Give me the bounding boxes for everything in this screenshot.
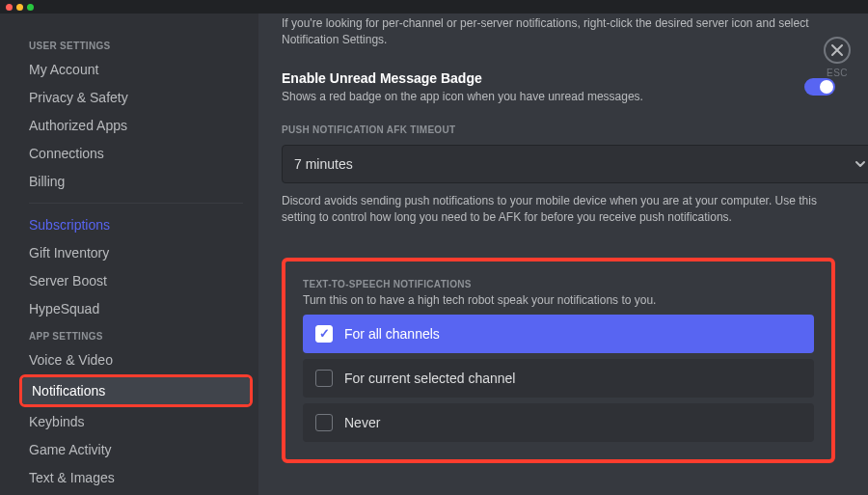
close-settings-button[interactable]: ESC [824,37,851,78]
sidebar-item-privacy[interactable]: Privacy & Safety [19,84,253,111]
tts-desc: Turn this on to have a high tech robot s… [303,293,814,307]
sidebar-item-activity[interactable]: Game Activity [19,436,253,463]
tts-option-label: For current selected channel [344,371,515,386]
sidebar-item-my-account[interactable]: My Account [19,56,253,83]
tts-option-label: Never [344,415,380,430]
sidebar-item-connections[interactable]: Connections [19,140,253,167]
tts-label: TEXT-TO-SPEECH NOTIFICATIONS [303,279,814,289]
checkbox-icon [315,370,333,387]
checkbox-icon [315,414,333,431]
sidebar-item-notifications-highlight: Notifications [19,374,253,407]
sidebar-item-authorized[interactable]: Authorized Apps [19,112,253,139]
sidebar-item-voice[interactable]: Voice & Video [19,346,253,373]
unread-badge-toggle[interactable] [804,78,835,96]
traffic-light-minimize[interactable] [16,4,23,11]
traffic-light-zoom[interactable] [27,4,34,11]
afk-timeout-label: PUSH NOTIFICATION AFK TIMEOUT [282,124,835,135]
sidebar-item-billing[interactable]: Billing [19,168,253,195]
afk-timeout-helper: Discord avoids sending push notification… [282,193,835,227]
unread-badge-desc: Shows a red badge on the app icon when y… [282,90,643,103]
sidebar-category-app: APP SETTINGS [19,323,253,345]
sidebar-item-subscriptions[interactable]: Subscriptions [19,211,253,238]
sidebar-item-text-images[interactable]: Text & Images [19,464,253,491]
afk-timeout-value: 7 minutes [294,156,353,172]
close-icon [824,37,851,64]
per-channel-note: If you're looking for per-channel or per… [282,15,835,49]
checkbox-icon: ✓ [315,325,333,343]
window-titlebar [0,0,868,14]
settings-content[interactable]: If you're looking for per-channel or per… [258,14,868,495]
sidebar-item-notifications[interactable]: Notifications [22,377,250,404]
sidebar-category-user: USER SETTINGS [19,33,253,55]
sidebar-separator [29,203,243,204]
sidebar-item-boost[interactable]: Server Boost [19,267,253,294]
traffic-light-close[interactable] [6,4,13,11]
tts-highlight-box: TEXT-TO-SPEECH NOTIFICATIONS Turn this o… [282,258,835,463]
sidebar-item-hypesquad[interactable]: HypeSquad [19,295,253,322]
settings-sidebar: USER SETTINGS My Account Privacy & Safet… [0,14,258,495]
sidebar-item-keybinds[interactable]: Keybinds [19,408,253,435]
tts-option-never[interactable]: Never [303,403,814,442]
unread-badge-title: Enable Unread Message Badge [282,70,643,86]
chevron-down-icon [854,157,867,171]
tts-option-current-channel[interactable]: For current selected channel [303,359,814,398]
tts-option-all-channels[interactable]: ✓ For all channels [303,315,814,353]
tts-option-label: For all channels [344,326,440,342]
close-label: ESC [827,68,848,78]
afk-timeout-select[interactable]: 7 minutes [282,145,868,183]
sidebar-item-gift[interactable]: Gift Inventory [19,239,253,266]
